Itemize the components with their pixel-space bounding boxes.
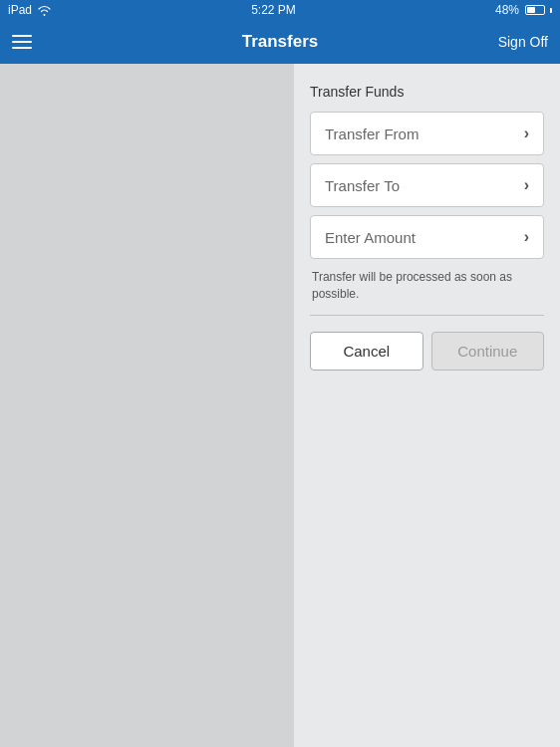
cancel-button[interactable]: Cancel — [310, 332, 423, 371]
transfer-from-chevron-icon: › — [524, 124, 529, 142]
status-left: iPad — [8, 3, 52, 17]
menu-line-3 — [12, 47, 32, 49]
menu-button[interactable] — [12, 35, 32, 49]
nav-bar: Transfers Sign Off — [0, 20, 560, 64]
enter-amount-chevron-icon: › — [524, 228, 529, 246]
menu-line-2 — [12, 41, 32, 43]
transfer-to-chevron-icon: › — [524, 176, 529, 194]
transfer-from-label: Transfer From — [325, 125, 419, 142]
main-content: Transfer Funds Transfer From › Transfer … — [0, 64, 560, 747]
status-right: 48% — [495, 3, 552, 17]
enter-amount-row[interactable]: Enter Amount › — [310, 215, 544, 259]
status-time: 5:22 PM — [251, 3, 296, 17]
battery-icon — [525, 5, 545, 15]
info-text: Transfer will be processed as soon as po… — [312, 269, 542, 303]
sidebar-area — [0, 64, 294, 747]
status-bar: iPad 5:22 PM 48% — [0, 0, 560, 20]
buttons-row: Cancel Continue — [310, 332, 544, 371]
divider — [310, 315, 544, 316]
right-panel: Transfer Funds Transfer From › Transfer … — [294, 64, 560, 747]
signoff-button[interactable]: Sign Off — [498, 34, 548, 50]
wifi-icon — [37, 5, 52, 16]
battery-tip — [550, 8, 552, 13]
section-title: Transfer Funds — [310, 84, 544, 100]
page-title: Transfers — [242, 32, 319, 52]
transfer-to-row[interactable]: Transfer To › — [310, 163, 544, 207]
device-label: iPad — [8, 3, 32, 17]
continue-button[interactable]: Continue — [431, 332, 545, 371]
enter-amount-label: Enter Amount — [325, 229, 416, 246]
menu-line-1 — [12, 35, 32, 37]
battery-percent: 48% — [495, 3, 519, 17]
transfer-to-label: Transfer To — [325, 177, 400, 194]
transfer-from-row[interactable]: Transfer From › — [310, 112, 544, 155]
